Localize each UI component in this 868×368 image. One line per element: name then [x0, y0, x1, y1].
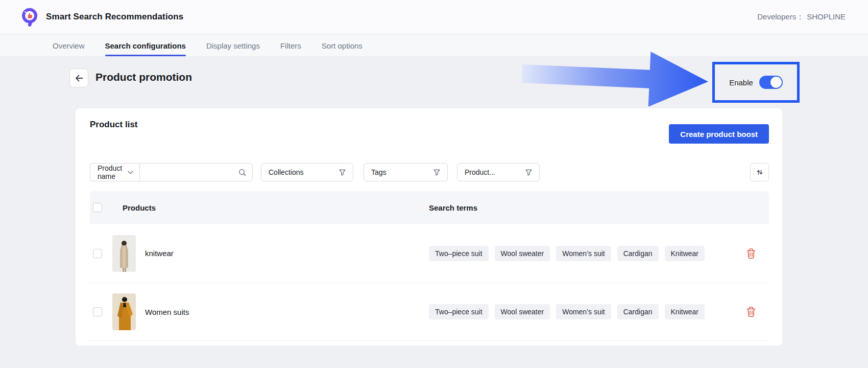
app-header: Smart Search Recommendations Developers：… — [0, 0, 868, 34]
product-name: Women suits — [145, 308, 429, 316]
filter-toolbar: Product name Collections — [90, 163, 769, 181]
column-header-products: Products — [123, 203, 156, 212]
search-input[interactable] — [146, 168, 238, 176]
toggle-knob — [770, 77, 782, 88]
search-field-selector-label: Product name — [98, 164, 124, 180]
tags-filter-button[interactable]: Tags — [364, 163, 448, 181]
filter-funnel-icon — [339, 169, 346, 176]
product-image-women-suits — [112, 293, 136, 330]
app-logo-magnifier-thumbsup-icon — [20, 7, 40, 27]
app-title: Smart Search Recommendations — [46, 12, 183, 22]
trash-icon[interactable] — [746, 248, 756, 259]
tags-filter-label: Tags — [371, 168, 387, 176]
search-field-selector[interactable]: Product name — [90, 164, 140, 181]
page-title: Product promotion — [95, 71, 192, 83]
search-term-tag: Two–piece suit — [429, 246, 489, 261]
arrow-left-icon — [74, 73, 84, 83]
search-term-tag: Women’s suit — [556, 246, 611, 261]
card-title: Product list — [90, 120, 138, 130]
search-term-tag: Wool sweater — [495, 246, 550, 261]
tab-search-configurations[interactable]: Search configurations — [105, 35, 186, 56]
search-term-tag: Two–piece suit — [429, 304, 489, 319]
product-filter-label: Product... — [465, 168, 495, 176]
tab-sort-options[interactable]: Sort options — [322, 35, 363, 56]
tab-display-settings[interactable]: Display settings — [206, 35, 260, 56]
search-term-tag: Wool sweater — [495, 304, 550, 319]
search-field-combo: Product name — [90, 163, 253, 181]
products-table: Products Search terms — [90, 191, 769, 341]
collections-filter-button[interactable]: Collections — [261, 163, 353, 181]
search-input-wrap — [140, 164, 252, 181]
filter-funnel-icon — [525, 169, 532, 176]
row-checkbox[interactable] — [93, 307, 102, 316]
search-term-tag: Women’s suit — [556, 304, 611, 319]
enable-toggle[interactable] — [759, 76, 783, 89]
developers-label: Developers： — [757, 12, 804, 22]
back-button[interactable] — [69, 68, 88, 87]
product-name: knitwear — [145, 249, 429, 258]
enable-label: Enable — [729, 78, 753, 87]
column-header-search-terms: Search terms — [429, 203, 477, 212]
select-all-checkbox[interactable] — [93, 203, 102, 212]
tab-overview[interactable]: Overview — [53, 35, 85, 56]
search-terms-list: Two–piece suit Wool sweater Women’s suit… — [429, 246, 705, 261]
search-term-tag: Knitwear — [665, 304, 705, 319]
table-row: Women suits Two–piece suit Wool sweater … — [90, 283, 769, 341]
product-list-card: Product list Create product boost Produc… — [76, 108, 782, 346]
search-term-tag: Cardigan — [617, 304, 659, 319]
filter-funnel-icon — [433, 169, 440, 176]
product-filter-button[interactable]: Product... — [457, 163, 540, 181]
tab-bar: Overview Search configurations Display s… — [0, 35, 868, 56]
search-term-tag: Knitwear — [665, 246, 705, 261]
collections-filter-label: Collections — [269, 168, 303, 176]
tab-filters[interactable]: Filters — [280, 35, 301, 56]
row-checkbox[interactable] — [93, 249, 102, 258]
search-terms-list: Two–piece suit Wool sweater Women’s suit… — [429, 304, 705, 319]
sort-button[interactable] — [750, 163, 769, 181]
magnifier-icon[interactable] — [238, 169, 246, 176]
search-term-tag: Cardigan — [617, 246, 659, 261]
create-product-boost-button[interactable]: Create product boost — [669, 124, 769, 144]
table-header-row: Products Search terms — [90, 191, 769, 224]
developers-info: Developers： SHOPLINE — [757, 12, 846, 22]
product-image-knitwear — [112, 235, 136, 272]
table-row: knitwear Two–piece suit Wool sweater Wom… — [90, 224, 769, 283]
sort-ascending-descending-icon — [756, 169, 763, 176]
enable-highlight-box: Enable — [712, 62, 800, 103]
annotation-arrow-icon — [520, 42, 712, 116]
chevron-down-icon — [128, 171, 133, 174]
trash-icon[interactable] — [746, 306, 756, 317]
developers-value: SHOPLINE — [807, 12, 846, 22]
